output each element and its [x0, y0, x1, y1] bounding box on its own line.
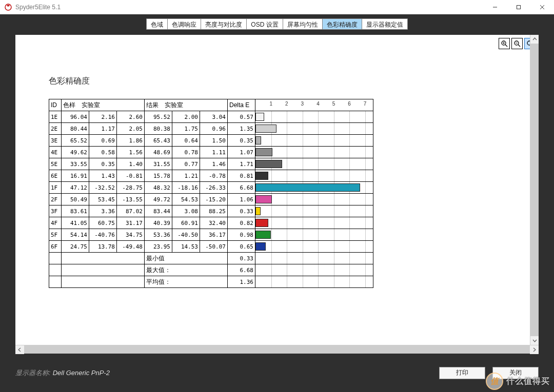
cell-result: 3.08	[172, 205, 200, 217]
cell-id: 5F	[49, 229, 62, 241]
svg-line-10	[518, 45, 520, 47]
cell-result: 3.04	[200, 111, 228, 123]
horizontal-scrollbar[interactable]	[15, 345, 539, 354]
content-panel: 色彩精确度 ID色样 实验室结果 实验室Delta E12345671E96.0…	[15, 35, 539, 354]
cell-result: 14.53	[172, 241, 200, 253]
cell-result: 31.55	[145, 158, 172, 170]
cell-sample: -32.52	[89, 182, 117, 194]
cell-result: 1.21	[172, 170, 200, 182]
scroll-down-icon[interactable]	[530, 336, 539, 345]
cell-result: 1.11	[200, 147, 228, 158]
cell-result: 80.38	[145, 123, 172, 135]
color-accuracy-table: ID色样 实验室结果 实验室Delta E12345671E96.042.162…	[49, 99, 373, 288]
cell-result: 49.72	[145, 194, 172, 205]
vertical-scrollbar[interactable]	[530, 35, 539, 345]
cell-sample: 1.17	[89, 123, 117, 135]
cell-sample: 41.05	[62, 217, 89, 229]
table-row: 5F54.14-40.7634.7553.36-40.5036.170.98	[49, 229, 373, 241]
cell-result: 48.32	[145, 182, 172, 194]
cell-result: 53.36	[145, 229, 172, 241]
cell-delta-e: 0.35	[228, 135, 255, 147]
cell-delta-e: 1.71	[228, 158, 255, 170]
zoom-in-button[interactable]	[499, 38, 510, 49]
cell-result: 2.00	[172, 111, 200, 123]
tab-1[interactable]: 色调响应	[168, 19, 201, 29]
cell-sample: 33.55	[62, 158, 89, 170]
print-button[interactable]: 打印	[439, 367, 485, 379]
cell-sample: 34.75	[117, 229, 145, 241]
cell-id: 1F	[49, 182, 62, 194]
monitor-name-value: Dell Generic PnP-2	[53, 369, 110, 377]
window-title: Spyder5Elite 5.1	[15, 4, 61, 11]
tab-6[interactable]: 显示器额定值	[362, 19, 407, 29]
cell-bar	[255, 205, 373, 217]
tab-3[interactable]: OSD 设置	[247, 19, 283, 29]
app-frame: 色域色调响应亮度与对比度OSD 设置屏幕均匀性色彩精确度显示器额定值 色彩精确度…	[0, 14, 554, 392]
table-row: 3F83.613.3687.0283.443.0888.250.33	[49, 205, 373, 217]
th-result: 结果 实验室	[145, 99, 228, 111]
cell-id: 5E	[49, 158, 62, 170]
window-minimize-button[interactable]	[483, 0, 507, 14]
cell-result: 48.69	[145, 147, 172, 158]
table-stat-row: 平均值：1.36	[49, 276, 373, 288]
cell-delta-e: 1.35	[228, 123, 255, 135]
cell-delta-e: 0.81	[228, 170, 255, 182]
cell-sample: -13.55	[117, 194, 145, 205]
cell-id: 4E	[49, 147, 62, 158]
footer: 显示器名称: Dell Generic PnP-2 打印 关闭	[0, 354, 554, 392]
window-close-button[interactable]	[530, 0, 554, 14]
cell-result: 23.95	[145, 241, 172, 253]
stat-value: 0.33	[228, 253, 255, 264]
tab-2[interactable]: 亮度与对比度	[201, 19, 247, 29]
cell-sample: 13.78	[89, 241, 117, 253]
cell-sample: 2.05	[117, 123, 145, 135]
tab-4[interactable]: 屏幕均匀性	[283, 19, 323, 29]
cell-sample: 0.58	[89, 147, 117, 158]
cell-delta-e: 1.06	[228, 194, 255, 205]
table-row: 6F24.7513.78-49.4823.9514.53-50.070.65	[49, 241, 373, 253]
cell-sample: 2.16	[89, 111, 117, 123]
cell-id: 1E	[49, 111, 62, 123]
cell-bar	[255, 217, 373, 229]
cell-result: 88.25	[200, 205, 228, 217]
table-row: 2E80.441.172.0580.381.750.961.35	[49, 123, 373, 135]
cell-result: -40.50	[172, 229, 200, 241]
report-page: 色彩精确度 ID色样 实验室结果 实验室Delta E12345671E96.0…	[49, 76, 398, 288]
cell-bar	[255, 147, 373, 158]
cell-sample: 16.91	[62, 170, 89, 182]
scroll-right-icon[interactable]	[530, 345, 539, 354]
cell-sample: 2.60	[117, 111, 145, 123]
scroll-up-icon[interactable]	[530, 35, 539, 44]
zoom-out-button[interactable]	[511, 38, 523, 49]
app-icon	[4, 3, 12, 11]
scroll-left-icon[interactable]	[15, 345, 24, 354]
cell-result: 36.17	[200, 229, 228, 241]
cell-result: -18.16	[172, 182, 200, 194]
cell-delta-e: 0.98	[228, 229, 255, 241]
cell-result: 15.78	[145, 170, 172, 182]
stat-label: 最大值：	[145, 264, 228, 276]
cell-sample: 80.44	[62, 123, 89, 135]
tab-5[interactable]: 色彩精确度	[323, 19, 362, 29]
cell-sample: 83.61	[62, 205, 89, 217]
th-delta-e: Delta E	[228, 99, 255, 111]
cell-bar	[255, 158, 373, 170]
table-row: 1F47.12-32.52-28.7548.32-18.16-26.336.68	[49, 182, 373, 194]
table-row: 4F41.0560.7531.1740.3960.9132.400.82	[49, 217, 373, 229]
cell-result: 1.50	[200, 135, 228, 147]
cell-sample: 65.52	[62, 135, 89, 147]
close-button[interactable]: 关闭	[492, 367, 539, 379]
table-stat-row: 最小值0.33	[49, 253, 373, 264]
cell-id: 6E	[49, 170, 62, 182]
cell-sample: 53.45	[89, 194, 117, 205]
monitor-name-label: 显示器名称:	[15, 368, 51, 378]
window-maximize-button[interactable]	[507, 0, 530, 14]
window-titlebar: Spyder5Elite 5.1	[0, 0, 554, 14]
cell-result: -0.78	[200, 170, 228, 182]
cell-bar	[255, 135, 373, 147]
cell-id: 6F	[49, 241, 62, 253]
cell-result: 0.78	[172, 147, 200, 158]
svg-rect-2	[517, 5, 521, 9]
cell-result: 32.40	[200, 217, 228, 229]
tab-0[interactable]: 色域	[147, 19, 168, 29]
